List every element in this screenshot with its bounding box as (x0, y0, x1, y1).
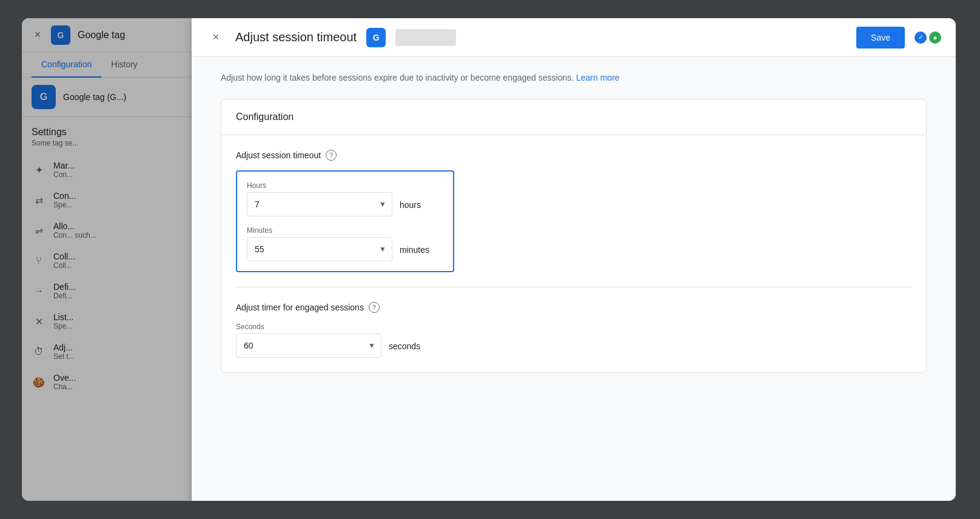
session-timeout-help-icon[interactable]: ? (326, 150, 337, 161)
section-divider (236, 287, 911, 287)
modal-panel: × Adjust session timeout G Save ✓ ● Adju… (192, 52, 956, 501)
minutes-label: Minutes (247, 226, 392, 235)
minutes-select-wrapper: 0 5 10 15 20 25 30 35 (247, 237, 392, 261)
engaged-sessions-section: Adjust timer for engaged sessions ? Seco… (236, 302, 911, 358)
hours-unit: hours (400, 188, 421, 210)
seconds-select[interactable]: 10 20 30 40 50 60 70 80 (236, 333, 381, 358)
hours-label: Hours (247, 181, 392, 190)
engaged-sessions-help-icon[interactable]: ? (369, 302, 380, 313)
config-card-body: Adjust session timeout ? Hours (221, 135, 926, 372)
config-card-title: Configuration (221, 99, 926, 135)
modal-overlay: × Adjust session timeout G Save ✓ ● Adju… (22, 52, 956, 501)
minutes-select[interactable]: 0 5 10 15 20 25 30 35 (247, 237, 392, 261)
session-timeout-section-title: Adjust session timeout ? (236, 150, 911, 161)
modal-description: Adjust how long it takes before sessions… (221, 72, 927, 84)
minutes-field: Minutes 0 5 10 15 20 (247, 226, 392, 261)
seconds-field: Seconds 10 20 30 40 50 (236, 323, 381, 358)
session-timeout-box: Hours 1 2 3 4 5 (236, 170, 454, 272)
config-card: Configuration Adjust session timeout ? (221, 99, 927, 373)
seconds-unit: seconds (389, 329, 420, 351)
seconds-row: Seconds 10 20 30 40 50 (236, 323, 911, 358)
seconds-select-wrapper: 10 20 30 40 50 60 70 80 (236, 333, 381, 358)
hours-select[interactable]: 1 2 3 4 5 6 7 8 (247, 192, 392, 216)
app-window: × G Google tag Configuration History G G… (22, 18, 956, 501)
seconds-label: Seconds (236, 323, 381, 331)
engaged-sessions-title: Adjust timer for engaged sessions ? (236, 302, 911, 313)
modal-body: Adjust how long it takes before sessions… (192, 57, 956, 501)
app-body: Configuration History G Google tag (G...… (22, 52, 956, 501)
hours-select-wrapper: 1 2 3 4 5 6 7 8 (247, 192, 392, 216)
modal-header: × Adjust session timeout G Save ✓ ● (192, 52, 956, 57)
minutes-unit: minutes (400, 233, 429, 255)
minutes-row: Minutes 0 5 10 15 20 (247, 226, 443, 261)
learn-more-link[interactable]: Learn more (576, 73, 620, 82)
hours-field: Hours 1 2 3 4 5 (247, 181, 392, 216)
hours-row: Hours 1 2 3 4 5 (247, 181, 443, 216)
